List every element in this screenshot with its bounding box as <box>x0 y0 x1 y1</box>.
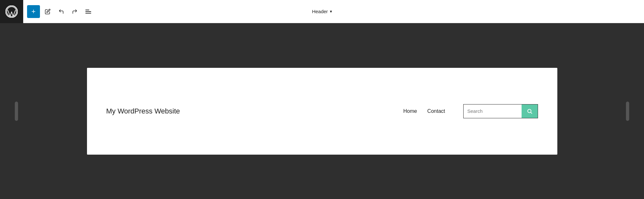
header-dropdown-label: Header <box>312 9 328 14</box>
search-widget <box>463 104 538 118</box>
nav-area: Home Contact <box>403 104 538 118</box>
svg-point-1 <box>528 109 531 113</box>
redo-icon <box>72 9 78 14</box>
list-view-button[interactable] <box>82 6 94 17</box>
wp-logo[interactable] <box>0 0 23 23</box>
toolbar: + <box>0 0 644 23</box>
svg-line-2 <box>531 112 532 113</box>
resize-handle-right[interactable] <box>626 102 629 121</box>
wordpress-icon <box>5 5 18 18</box>
add-block-button[interactable]: + <box>27 5 40 18</box>
search-input[interactable] <box>464 104 522 118</box>
chevron-down-icon: ▾ <box>330 9 332 14</box>
edit-button[interactable] <box>42 6 53 17</box>
header-dropdown-button[interactable]: Header ▾ <box>309 7 335 16</box>
nav-link-home[interactable]: Home <box>403 108 417 114</box>
search-icon <box>527 108 533 114</box>
toolbar-center: Header ▾ <box>309 7 335 16</box>
redo-button[interactable] <box>69 6 81 17</box>
resize-handle-left[interactable] <box>15 102 18 121</box>
canvas-area: My WordPress Website Home Contact <box>0 23 644 199</box>
site-title: My WordPress Website <box>106 107 180 115</box>
nav-link-contact[interactable]: Contact <box>427 108 445 114</box>
preview-frame: My WordPress Website Home Contact <box>87 68 557 155</box>
search-button[interactable] <box>522 104 538 118</box>
undo-button[interactable] <box>55 6 67 17</box>
pencil-icon <box>45 9 51 14</box>
list-view-icon <box>85 10 91 14</box>
undo-icon <box>58 9 64 14</box>
